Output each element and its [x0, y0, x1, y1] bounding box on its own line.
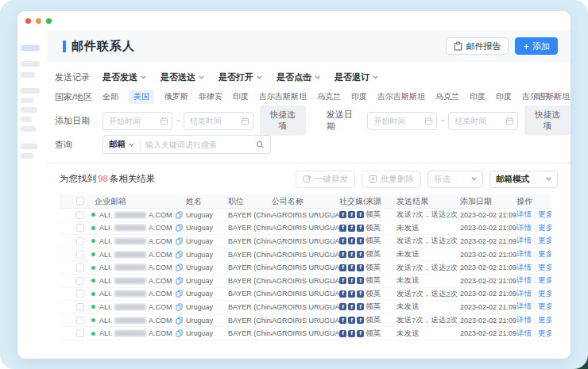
country-option[interactable]: 菲律宾 [199, 91, 222, 102]
add-date-quick-options-button[interactable]: 快捷选项 [260, 106, 306, 136]
row-checkbox[interactable] [76, 263, 84, 271]
row-checkbox[interactable] [76, 303, 84, 311]
facebook-icon[interactable]: f [357, 264, 364, 271]
country-option[interactable]: 印度 [470, 91, 485, 102]
add-button[interactable]: + 添加 [515, 37, 558, 55]
copy-icon[interactable] [176, 224, 183, 232]
row-checkbox[interactable] [76, 290, 84, 298]
expand-toggle[interactable]: 展开 [533, 91, 558, 102]
row-checkbox[interactable] [76, 251, 84, 259]
row-checkbox[interactable] [76, 224, 84, 232]
more-link[interactable]: 更多 [538, 315, 551, 325]
mode-select[interactable]: 邮箱模式 [489, 171, 558, 188]
facebook-icon[interactable]: f [357, 237, 364, 244]
country-option[interactable]: 吉尔吉斯斯坦 [377, 91, 425, 102]
copy-icon[interactable] [176, 317, 183, 325]
detail-link[interactable]: 详情 [516, 329, 532, 339]
more-link[interactable]: 更多 [538, 236, 551, 246]
country-option[interactable]: 全部 [103, 91, 118, 102]
facebook-icon[interactable]: f [357, 317, 364, 324]
facebook-icon[interactable]: f [357, 303, 364, 310]
facebook-icon[interactable]: f [339, 277, 346, 284]
copy-icon[interactable] [176, 211, 183, 219]
facebook-icon[interactable]: f [348, 251, 355, 258]
mail-report-button[interactable]: 邮件报告 [446, 37, 509, 55]
facebook-icon[interactable]: f [339, 264, 346, 271]
country-option[interactable]: 吉尔吉斯斯坦 [259, 91, 307, 102]
row-checkbox[interactable] [76, 317, 84, 325]
facebook-icon[interactable]: f [348, 317, 355, 324]
copy-icon[interactable] [176, 277, 183, 285]
detail-link[interactable]: 详情 [516, 302, 532, 312]
facebook-icon[interactable]: f [348, 211, 355, 218]
facebook-icon[interactable]: f [357, 225, 364, 232]
detail-link[interactable]: 详情 [516, 223, 532, 233]
send-filter-dropdown[interactable]: 是否点击 [277, 71, 320, 83]
row-checkbox[interactable] [76, 329, 84, 337]
send-date-quick-options-button[interactable]: 快捷选项 [524, 106, 571, 136]
copy-icon[interactable] [176, 237, 183, 245]
zoom-window-button[interactable] [46, 18, 52, 24]
more-link[interactable]: 更多 [538, 289, 551, 299]
select-all-checkbox[interactable] [76, 197, 84, 205]
detail-link[interactable]: 详情 [516, 209, 532, 220]
facebook-icon[interactable]: f [357, 330, 364, 337]
facebook-icon[interactable]: f [339, 330, 346, 337]
detail-link[interactable]: 详情 [516, 315, 532, 325]
facebook-icon[interactable]: f [357, 211, 364, 218]
facebook-icon[interactable]: f [348, 277, 355, 284]
facebook-icon[interactable]: f [348, 330, 355, 337]
facebook-icon[interactable]: f [339, 317, 346, 324]
facebook-icon[interactable]: f [339, 211, 346, 218]
facebook-icon[interactable]: f [339, 290, 346, 298]
row-checkbox[interactable] [76, 211, 84, 219]
country-option[interactable]: 印度 [233, 91, 249, 102]
filter-select[interactable]: 筛选 [427, 171, 483, 188]
country-option[interactable]: 乌克兰 [435, 91, 459, 102]
send-filter-dropdown[interactable]: 是否发送 [103, 71, 146, 83]
minimize-window-button[interactable] [36, 18, 41, 24]
copy-icon[interactable] [176, 290, 183, 298]
more-link[interactable]: 更多 [538, 263, 551, 273]
send-filter-dropdown[interactable]: 是否送达 [161, 71, 204, 83]
row-checkbox[interactable] [76, 237, 84, 245]
more-link[interactable]: 更多 [538, 302, 551, 312]
detail-link[interactable]: 详情 [516, 263, 532, 273]
country-option[interactable]: 俄罗斯 [164, 91, 188, 102]
facebook-icon[interactable]: f [348, 290, 355, 298]
send-filter-dropdown[interactable]: 是否打开 [219, 71, 262, 83]
query-type-select[interactable]: 邮箱 [103, 139, 140, 150]
facebook-icon[interactable]: f [348, 225, 355, 232]
facebook-icon[interactable]: f [339, 237, 346, 244]
country-option[interactable]: 印度 [351, 91, 367, 102]
facebook-icon[interactable]: f [357, 277, 364, 284]
country-option[interactable]: 美国 [129, 90, 154, 104]
facebook-icon[interactable]: f [348, 264, 355, 271]
country-option[interactable]: 印度 [496, 91, 512, 102]
facebook-icon[interactable]: f [348, 303, 355, 310]
country-option[interactable]: 乌克兰 [317, 91, 341, 102]
batch-delete-button[interactable]: 批量删除 [362, 171, 421, 188]
detail-link[interactable]: 详情 [516, 289, 532, 299]
send-filter-dropdown[interactable]: 是否退订 [335, 71, 378, 83]
more-link[interactable]: 更多 [538, 223, 551, 233]
detail-link[interactable]: 详情 [516, 249, 532, 259]
group-send-button[interactable]: 一键群发 [296, 171, 355, 188]
copy-icon[interactable] [176, 329, 183, 337]
facebook-icon[interactable]: f [357, 290, 364, 298]
facebook-icon[interactable]: f [339, 251, 346, 258]
facebook-icon[interactable]: f [357, 251, 364, 258]
detail-link[interactable]: 详情 [516, 236, 532, 246]
more-link[interactable]: 更多 [538, 249, 551, 259]
close-window-button[interactable] [25, 18, 31, 24]
row-checkbox[interactable] [76, 277, 84, 285]
more-link[interactable]: 更多 [538, 329, 551, 339]
more-link[interactable]: 更多 [538, 209, 551, 220]
facebook-icon[interactable]: f [339, 225, 346, 232]
more-link[interactable]: 更多 [538, 275, 551, 286]
copy-icon[interactable] [176, 263, 183, 271]
facebook-icon[interactable]: f [348, 237, 355, 244]
keyword-search-input[interactable] [141, 140, 256, 149]
copy-icon[interactable] [176, 303, 183, 311]
facebook-icon[interactable]: f [339, 303, 346, 310]
